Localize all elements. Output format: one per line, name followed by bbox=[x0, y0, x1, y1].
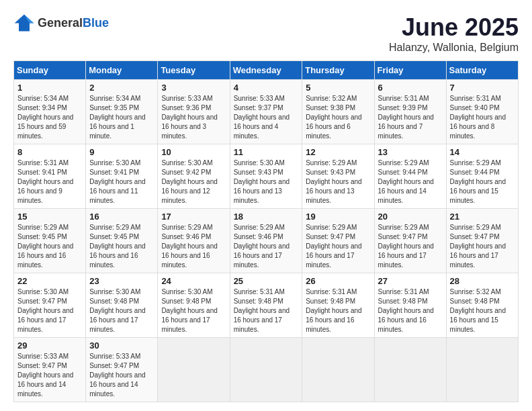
day-number: 20 bbox=[378, 212, 443, 222]
logo: GeneralBlue bbox=[13, 13, 109, 32]
day-number: 8 bbox=[17, 147, 82, 157]
day-info: Sunrise: 5:29 AM Sunset: 9:47 PM Dayligh… bbox=[306, 223, 370, 270]
logo-general: General bbox=[38, 16, 83, 30]
calendar-week-row: 29 Sunrise: 5:33 AM Sunset: 9:47 PM Dayl… bbox=[14, 338, 519, 402]
logo-text: GeneralBlue bbox=[38, 16, 109, 30]
day-number: 2 bbox=[89, 83, 154, 93]
table-row: 17 Sunrise: 5:29 AM Sunset: 9:46 PM Dayl… bbox=[158, 209, 230, 273]
day-info: Sunrise: 5:30 AM Sunset: 9:47 PM Dayligh… bbox=[17, 287, 82, 334]
day-number: 25 bbox=[234, 276, 299, 286]
table-row: 2 Sunrise: 5:34 AM Sunset: 9:35 PM Dayli… bbox=[86, 80, 158, 144]
day-number: 28 bbox=[450, 276, 515, 286]
table-row bbox=[158, 338, 230, 402]
table-row: 15 Sunrise: 5:29 AM Sunset: 9:45 PM Dayl… bbox=[14, 209, 86, 273]
day-number: 4 bbox=[234, 83, 299, 93]
day-info: Sunrise: 5:29 AM Sunset: 9:43 PM Dayligh… bbox=[306, 158, 370, 205]
table-row: 14 Sunrise: 5:29 AM Sunset: 9:44 PM Dayl… bbox=[446, 144, 518, 209]
page-container: GeneralBlue June 2025 Halanzy, Wallonia,… bbox=[13, 13, 519, 402]
day-number: 21 bbox=[450, 212, 515, 222]
table-row: 5 Sunrise: 5:32 AM Sunset: 9:38 PM Dayli… bbox=[302, 80, 374, 144]
table-row: 16 Sunrise: 5:29 AM Sunset: 9:45 PM Dayl… bbox=[86, 209, 158, 273]
day-number: 18 bbox=[234, 212, 299, 222]
day-info: Sunrise: 5:31 AM Sunset: 9:48 PM Dayligh… bbox=[234, 287, 299, 334]
day-info: Sunrise: 5:32 AM Sunset: 9:38 PM Dayligh… bbox=[306, 94, 370, 141]
day-number: 30 bbox=[89, 340, 154, 351]
day-number: 11 bbox=[234, 147, 299, 157]
header-row: Sunday Monday Tuesday Wednesday Thursday… bbox=[14, 61, 519, 80]
day-number: 10 bbox=[161, 147, 226, 157]
day-info: Sunrise: 5:34 AM Sunset: 9:34 PM Dayligh… bbox=[17, 94, 82, 141]
day-info: Sunrise: 5:33 AM Sunset: 9:37 PM Dayligh… bbox=[234, 94, 299, 141]
table-row: 20 Sunrise: 5:29 AM Sunset: 9:47 PM Dayl… bbox=[374, 209, 446, 273]
day-info: Sunrise: 5:31 AM Sunset: 9:48 PM Dayligh… bbox=[306, 287, 370, 334]
day-info: Sunrise: 5:29 AM Sunset: 9:47 PM Dayligh… bbox=[378, 223, 443, 270]
day-info: Sunrise: 5:30 AM Sunset: 9:43 PM Dayligh… bbox=[234, 158, 299, 205]
day-info: Sunrise: 5:31 AM Sunset: 9:41 PM Dayligh… bbox=[17, 158, 82, 205]
day-info: Sunrise: 5:31 AM Sunset: 9:48 PM Dayligh… bbox=[378, 287, 443, 334]
col-saturday: Saturday bbox=[446, 61, 518, 80]
day-number: 7 bbox=[450, 83, 515, 93]
table-row: 1 Sunrise: 5:34 AM Sunset: 9:34 PM Dayli… bbox=[14, 80, 86, 144]
day-info: Sunrise: 5:29 AM Sunset: 9:46 PM Dayligh… bbox=[234, 223, 299, 270]
day-number: 26 bbox=[306, 276, 370, 286]
day-info: Sunrise: 5:30 AM Sunset: 9:42 PM Dayligh… bbox=[161, 158, 226, 205]
day-info: Sunrise: 5:30 AM Sunset: 9:48 PM Dayligh… bbox=[89, 287, 154, 334]
table-row: 7 Sunrise: 5:31 AM Sunset: 9:40 PM Dayli… bbox=[446, 80, 518, 144]
day-info: Sunrise: 5:31 AM Sunset: 9:39 PM Dayligh… bbox=[378, 94, 443, 141]
day-number: 12 bbox=[306, 147, 370, 157]
table-row bbox=[302, 338, 374, 402]
col-sunday: Sunday bbox=[14, 61, 86, 80]
calendar-table: Sunday Monday Tuesday Wednesday Thursday… bbox=[13, 60, 519, 402]
col-monday: Monday bbox=[86, 61, 158, 80]
calendar-week-row: 8 Sunrise: 5:31 AM Sunset: 9:41 PM Dayli… bbox=[14, 144, 519, 209]
day-info: Sunrise: 5:30 AM Sunset: 9:48 PM Dayligh… bbox=[161, 287, 226, 334]
day-info: Sunrise: 5:29 AM Sunset: 9:45 PM Dayligh… bbox=[89, 223, 154, 270]
table-row: 30 Sunrise: 5:33 AM Sunset: 9:47 PM Dayl… bbox=[86, 338, 158, 402]
table-row: 9 Sunrise: 5:30 AM Sunset: 9:41 PM Dayli… bbox=[86, 144, 158, 209]
day-number: 16 bbox=[89, 212, 154, 222]
table-row bbox=[446, 338, 518, 402]
col-friday: Friday bbox=[374, 61, 446, 80]
table-row: 13 Sunrise: 5:29 AM Sunset: 9:44 PM Dayl… bbox=[374, 144, 446, 209]
day-info: Sunrise: 5:33 AM Sunset: 9:47 PM Dayligh… bbox=[17, 352, 82, 399]
day-number: 1 bbox=[17, 83, 82, 93]
day-number: 27 bbox=[378, 276, 443, 286]
logo-blue: Blue bbox=[83, 16, 109, 30]
table-row: 24 Sunrise: 5:30 AM Sunset: 9:48 PM Dayl… bbox=[158, 273, 230, 338]
day-info: Sunrise: 5:32 AM Sunset: 9:48 PM Dayligh… bbox=[450, 287, 515, 334]
table-row: 11 Sunrise: 5:30 AM Sunset: 9:43 PM Dayl… bbox=[230, 144, 302, 209]
col-wednesday: Wednesday bbox=[230, 61, 302, 80]
table-row: 4 Sunrise: 5:33 AM Sunset: 9:37 PM Dayli… bbox=[230, 80, 302, 144]
table-row: 8 Sunrise: 5:31 AM Sunset: 9:41 PM Dayli… bbox=[14, 144, 86, 209]
title-area: June 2025 Halanzy, Wallonia, Belgium bbox=[389, 13, 519, 54]
location-title: Halanzy, Wallonia, Belgium bbox=[389, 42, 519, 54]
table-row: 21 Sunrise: 5:29 AM Sunset: 9:47 PM Dayl… bbox=[446, 209, 518, 273]
calendar-week-row: 22 Sunrise: 5:30 AM Sunset: 9:47 PM Dayl… bbox=[14, 273, 519, 338]
calendar-header: Sunday Monday Tuesday Wednesday Thursday… bbox=[14, 61, 519, 80]
day-number: 19 bbox=[306, 212, 370, 222]
table-row bbox=[230, 338, 302, 402]
day-number: 6 bbox=[378, 83, 443, 93]
table-row: 10 Sunrise: 5:30 AM Sunset: 9:42 PM Dayl… bbox=[158, 144, 230, 209]
day-number: 23 bbox=[89, 276, 154, 286]
day-number: 3 bbox=[161, 83, 226, 93]
day-info: Sunrise: 5:31 AM Sunset: 9:40 PM Dayligh… bbox=[450, 94, 515, 141]
table-row: 6 Sunrise: 5:31 AM Sunset: 9:39 PM Dayli… bbox=[374, 80, 446, 144]
day-info: Sunrise: 5:29 AM Sunset: 9:44 PM Dayligh… bbox=[450, 158, 515, 205]
day-number: 15 bbox=[17, 212, 82, 222]
col-tuesday: Tuesday bbox=[158, 61, 230, 80]
table-row: 25 Sunrise: 5:31 AM Sunset: 9:48 PM Dayl… bbox=[230, 273, 302, 338]
col-thursday: Thursday bbox=[302, 61, 374, 80]
day-info: Sunrise: 5:29 AM Sunset: 9:44 PM Dayligh… bbox=[378, 158, 443, 205]
day-info: Sunrise: 5:29 AM Sunset: 9:46 PM Dayligh… bbox=[161, 223, 226, 270]
day-number: 9 bbox=[89, 147, 154, 157]
table-row: 12 Sunrise: 5:29 AM Sunset: 9:43 PM Dayl… bbox=[302, 144, 374, 209]
table-row: 26 Sunrise: 5:31 AM Sunset: 9:48 PM Dayl… bbox=[302, 273, 374, 338]
day-info: Sunrise: 5:30 AM Sunset: 9:41 PM Dayligh… bbox=[89, 158, 154, 205]
day-info: Sunrise: 5:29 AM Sunset: 9:45 PM Dayligh… bbox=[17, 223, 82, 270]
day-number: 13 bbox=[378, 147, 443, 157]
day-number: 29 bbox=[17, 340, 82, 351]
calendar-week-row: 1 Sunrise: 5:34 AM Sunset: 9:34 PM Dayli… bbox=[14, 80, 519, 144]
day-number: 5 bbox=[306, 83, 370, 93]
day-info: Sunrise: 5:33 AM Sunset: 9:47 PM Dayligh… bbox=[89, 352, 154, 399]
